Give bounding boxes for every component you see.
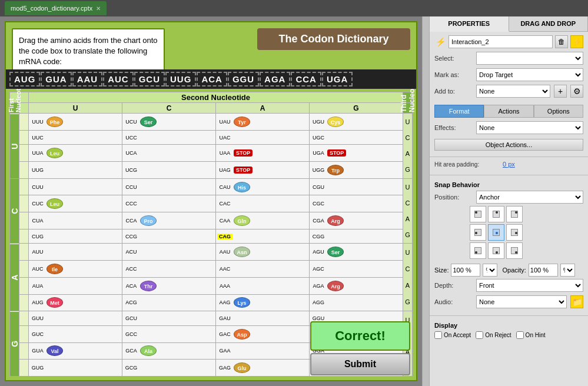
aa-Val-GUA[interactable]: Val xyxy=(46,345,63,356)
lightning-button[interactable]: ⚡ xyxy=(570,35,583,48)
on-reject-checkbox[interactable] xyxy=(476,331,483,339)
aa-Phe-UUU[interactable]: Phe xyxy=(46,117,63,127)
codon-cell-AAA: AAA xyxy=(216,277,310,294)
audio-file-button[interactable]: 📁 xyxy=(570,295,583,308)
select-dropdown[interactable] xyxy=(476,52,583,65)
depth-dropdown[interactable]: Front xyxy=(476,279,583,292)
snap-cell-ml[interactable] xyxy=(470,224,486,241)
vertical-scrollbar[interactable] xyxy=(422,16,429,386)
instruction-text: Drag the amino acids from the chart onto… xyxy=(19,36,158,66)
mrna-codon-3[interactable]: AUC xyxy=(103,72,134,86)
aa-Met-AUG[interactable]: Met xyxy=(46,297,63,308)
opacity-unit-select[interactable]: % xyxy=(560,264,575,277)
object-actions-button[interactable]: Object Actions... xyxy=(434,139,583,151)
depth-label: Depth: xyxy=(434,282,473,289)
codon-cell-AAC: AAC xyxy=(216,261,310,278)
interaction-name-input[interactable] xyxy=(449,35,553,48)
tab-close-button[interactable]: ✕ xyxy=(96,5,101,12)
aa-Ala-GCA[interactable]: Ala xyxy=(140,345,157,356)
add-to-plus-button[interactable]: + xyxy=(554,85,567,98)
snap-cell-bl[interactable] xyxy=(470,242,486,259)
instruction-box: Drag the amino acids from the chart onto… xyxy=(12,28,165,75)
hit-area-value[interactable]: 0 px xyxy=(503,161,515,168)
size-group: Size: % xyxy=(434,264,497,277)
mrna-codon-7[interactable]: GGU xyxy=(228,72,259,86)
mrna-codon-2[interactable]: AAU xyxy=(72,72,103,86)
size-opacity-row: Size: % Opacity: % xyxy=(430,261,588,279)
file-tab[interactable]: mod5_codon_dictionary.cptx ✕ xyxy=(5,1,107,15)
snap-cell-mc[interactable] xyxy=(488,224,504,241)
on-accept-checkbox[interactable] xyxy=(434,331,442,339)
effects-dropdown[interactable]: None xyxy=(476,121,583,134)
aa-Glu-GAG[interactable]: Glu xyxy=(234,362,250,373)
aa-Thr-ACA[interactable]: Thr xyxy=(140,281,157,291)
add-to-dropdown[interactable]: None xyxy=(476,85,550,98)
mrna-codon-8[interactable]: AGA xyxy=(260,72,290,86)
divider-1 xyxy=(430,157,588,157)
mrna-codon-6[interactable]: ACA xyxy=(197,72,227,86)
audio-dropdown[interactable]: None xyxy=(476,295,567,308)
mrna-codon-1[interactable]: GUA xyxy=(41,72,71,86)
snap-cell-tc[interactable] xyxy=(488,206,504,222)
position-dropdown[interactable]: Anchor xyxy=(476,191,583,204)
codon-cell-GUU: GUU xyxy=(29,311,122,326)
codon-cell-CUA: CUA xyxy=(29,212,122,229)
left-panel: Drag the amino acids from the chart onto… xyxy=(0,16,422,386)
submit-button[interactable]: Submit xyxy=(310,353,410,375)
aa-Pro-CCA[interactable]: Pro xyxy=(140,215,157,226)
snap-cell-tr[interactable] xyxy=(506,206,523,222)
tab-drag-drop[interactable]: DRAG AND DROP xyxy=(509,16,589,31)
display-title: Display xyxy=(434,322,583,329)
add-to-gear-button[interactable]: ⚙ xyxy=(570,85,583,98)
aa-Asn-AAU[interactable]: Asn xyxy=(234,247,250,257)
tab-label: mod5_codon_dictionary.cptx xyxy=(11,5,92,12)
codon-cell-ACC: ACC xyxy=(122,261,216,278)
aa-Tyr-UAU[interactable]: Tyr xyxy=(234,117,250,127)
aa-Ile-AUC[interactable]: Ile xyxy=(46,264,63,274)
snap-cell-br[interactable] xyxy=(506,242,523,259)
mrna-codon-4[interactable]: GCU xyxy=(134,72,165,86)
first-nuc-A: A xyxy=(10,244,19,311)
on-hint-checkbox[interactable] xyxy=(516,331,524,339)
codon-cell-CUG: CUG xyxy=(29,229,122,244)
tab-properties[interactable]: PROPERTIES xyxy=(430,16,509,32)
snap-cell-mr[interactable] xyxy=(506,224,523,241)
actions-tab[interactable]: Actions xyxy=(484,105,533,118)
size-unit-select[interactable]: % xyxy=(483,264,497,277)
format-tab[interactable]: Format xyxy=(434,105,484,118)
codon-cell-UGA: UGASTOP xyxy=(310,145,403,162)
opacity-label: Opacity: xyxy=(502,267,526,274)
mrna-strip: AUG GUA AAU AUC GCU UUG ACA GGU AGA CCA … xyxy=(6,69,416,89)
add-to-row: Add to: None + ⚙ xyxy=(430,85,588,98)
interaction-icon: ⚡ xyxy=(434,36,446,48)
size-input[interactable] xyxy=(451,264,480,277)
codon-cell-UGG: UGGTrp xyxy=(310,162,403,179)
aa-Trp-UGG[interactable]: Trp xyxy=(327,165,344,175)
aa-Arg-CGA[interactable]: Arg xyxy=(327,215,344,226)
aa-Gln-CAA[interactable]: Gln xyxy=(234,215,250,226)
aa-Leu-CUC[interactable]: Leu xyxy=(46,198,63,209)
aa-Leu-UUA[interactable]: Leu xyxy=(46,148,63,158)
delete-button[interactable]: 🗑 xyxy=(555,35,568,48)
aa-Arg-AGA[interactable]: Arg xyxy=(327,281,344,291)
aa-Ser-AGU[interactable]: Ser xyxy=(327,247,344,257)
codon-cell-GAC: GACAsp xyxy=(216,325,310,342)
mark-as-dropdown[interactable]: Drop Target xyxy=(476,68,583,81)
snap-cell-bc[interactable] xyxy=(488,242,504,259)
display-section: Display On Accept On Reject On Hint xyxy=(430,320,588,341)
opacity-input[interactable] xyxy=(529,264,558,277)
aa-Lys-AAG[interactable]: Lys xyxy=(234,297,250,308)
snap-cell-tl[interactable] xyxy=(470,206,486,222)
aa-Asp-GAC[interactable]: Asp xyxy=(234,329,250,340)
on-hint-label: On Hint xyxy=(526,332,546,338)
options-tab[interactable]: Options xyxy=(534,105,583,118)
mrna-codon-5[interactable]: UUG xyxy=(165,72,196,86)
third-nuc-label: Third Nucleotide xyxy=(403,103,413,114)
aa-Cys-UGU[interactable]: Cys xyxy=(327,117,344,127)
mrna-codon-9[interactable]: CCA xyxy=(291,72,321,86)
aa-His-CAU[interactable]: His xyxy=(234,182,250,192)
mrna-codon-10[interactable]: UGA xyxy=(322,72,353,86)
codon-cell-AGG: AGG xyxy=(310,294,403,311)
aa-Ser-UCU[interactable]: Ser xyxy=(140,117,157,127)
mrna-codon-0[interactable]: AUG xyxy=(9,72,40,86)
